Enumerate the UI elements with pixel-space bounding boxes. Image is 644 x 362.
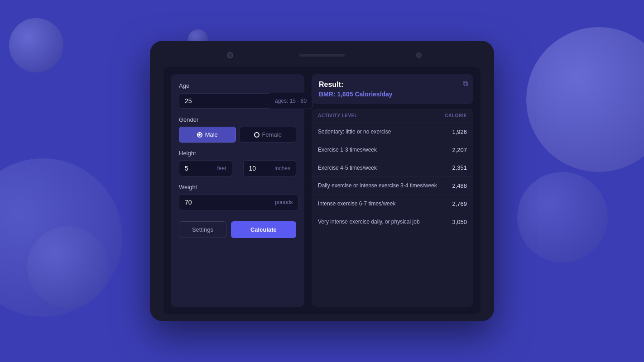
- height-input-row: feet inches: [179, 160, 296, 176]
- weight-field-group: Weight pounds: [179, 184, 296, 210]
- copy-button[interactable]: ⧉: [463, 80, 468, 88]
- calorie-2: 2,351: [444, 164, 467, 171]
- age-input-row: ages: 15 - 80: [179, 93, 296, 109]
- height-feet-group: feet: [179, 160, 232, 176]
- decorative-bubble-5: [526, 27, 644, 172]
- gender-label: Gender: [179, 116, 296, 123]
- result-bmr: BMR: 1,605 Calories/day: [319, 90, 466, 98]
- tablet-camera-right: [416, 52, 422, 58]
- activity-0: Sedentary: little or no exercise: [318, 128, 444, 136]
- calorie-3: 2,488: [444, 182, 467, 189]
- activity-1: Exercise 1-3 times/week: [318, 146, 444, 154]
- decorative-bubble-6: [517, 172, 608, 262]
- radio-dot-male: [197, 132, 202, 138]
- settings-button[interactable]: Settings: [179, 221, 226, 238]
- form-panel: Age ages: 15 - 80 Gender Male: [171, 74, 304, 307]
- tablet-screen: Age ages: 15 - 80 Gender Male: [163, 67, 481, 314]
- action-buttons: Settings Calculate: [179, 221, 296, 238]
- table-row: Intense exercise 6-7 times/week 2,769: [312, 195, 473, 213]
- age-label: Age: [179, 82, 296, 89]
- gender-toggle: Male Female: [179, 127, 296, 143]
- activity-2: Exercise 4-5 times/week: [318, 164, 444, 172]
- calorie-1: 2,207: [444, 147, 467, 153]
- table-header: ACTIVITY LEVEL CALORIE: [312, 109, 473, 123]
- radio-dot-inner-male: [198, 133, 201, 136]
- tablet-speaker: [299, 54, 345, 57]
- height-inches-unit: inches: [269, 160, 296, 176]
- age-range-label: ages: 15 - 80: [269, 93, 312, 109]
- gender-male-label: Male: [205, 131, 218, 138]
- activity-4: Intense exercise 6-7 times/week: [318, 200, 444, 208]
- results-panel: Result: BMR: 1,605 Calories/day ⧉ ACTIVI…: [312, 74, 473, 307]
- activity-5: Very intense exercise daily, or physical…: [318, 218, 444, 226]
- col-activity-header: ACTIVITY LEVEL: [318, 113, 357, 118]
- age-field-group: Age ages: 15 - 80: [179, 82, 296, 109]
- tablet-top-bar: [150, 49, 494, 62]
- gender-female-button[interactable]: Female: [240, 127, 297, 143]
- result-title: Result:: [319, 81, 466, 89]
- table-row: Exercise 4-5 times/week 2,351: [312, 159, 473, 177]
- gender-female-label: Female: [262, 131, 282, 138]
- decorative-bubble-4: [27, 226, 109, 308]
- activity-3: Daily exercise or intense exercise 3-4 t…: [318, 182, 444, 190]
- height-feet-input[interactable]: [179, 160, 211, 176]
- weight-input-row: pounds: [179, 194, 296, 210]
- bmr-value-highlight: 1,605: [337, 90, 353, 98]
- weight-unit: pounds: [269, 194, 298, 210]
- calorie-0: 1,926: [444, 129, 467, 135]
- calorie-5: 3,050: [444, 219, 467, 225]
- table-row: Daily exercise or intense exercise 3-4 t…: [312, 177, 473, 195]
- table-row: Very intense exercise daily, or physical…: [312, 213, 473, 231]
- tablet-camera-left: [227, 52, 233, 58]
- col-calorie-header: CALORIE: [445, 113, 467, 118]
- bmr-label: BMR:: [319, 90, 336, 98]
- tablet-device: Age ages: 15 - 80 Gender Male: [150, 41, 494, 321]
- calculate-button[interactable]: Calculate: [231, 221, 296, 238]
- result-card: Result: BMR: 1,605 Calories/day ⧉: [312, 74, 473, 104]
- copy-icon: ⧉: [463, 80, 468, 87]
- weight-label: Weight: [179, 184, 296, 191]
- height-field-group: Height feet inches: [179, 150, 296, 176]
- gender-male-button[interactable]: Male: [179, 127, 236, 143]
- radio-dot-female: [254, 132, 260, 138]
- calorie-4: 2,769: [444, 200, 467, 207]
- gender-field-group: Gender Male Female: [179, 116, 296, 143]
- decorative-bubble-1: [9, 18, 63, 72]
- height-inches-group: inches: [243, 160, 297, 176]
- weight-input[interactable]: [179, 194, 269, 210]
- table-row: Exercise 1-3 times/week 2,207: [312, 141, 473, 159]
- table-row: Sedentary: little or no exercise 1,926: [312, 123, 473, 141]
- height-inches-input[interactable]: [243, 160, 269, 176]
- height-label: Height: [179, 150, 296, 157]
- age-input[interactable]: [179, 93, 269, 109]
- activity-table: ACTIVITY LEVEL CALORIE Sedentary: little…: [312, 109, 473, 307]
- height-feet-unit: feet: [211, 160, 232, 176]
- bmr-unit: Calories/day: [355, 90, 392, 98]
